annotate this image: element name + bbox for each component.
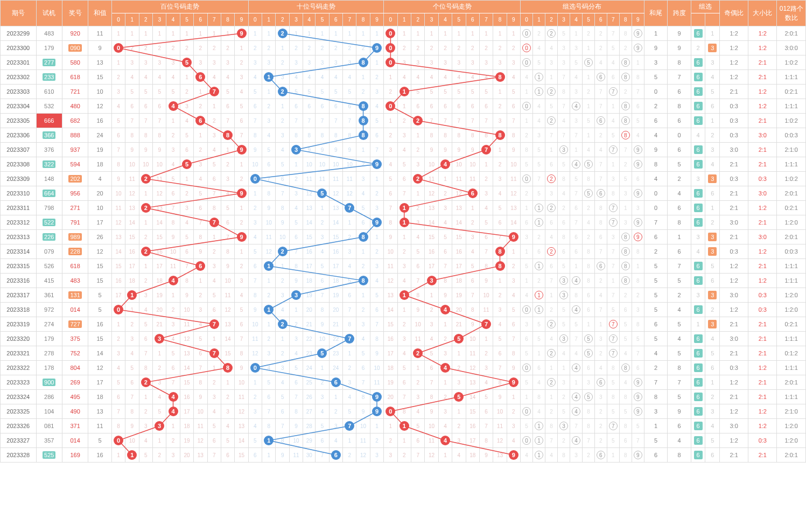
trend-ball: 2 <box>141 174 151 184</box>
route-cell: 1:1:1 <box>777 361 806 375</box>
jh-cell: 618 <box>62 70 88 85</box>
oe-cell: 3:0 <box>720 288 748 303</box>
tail-cell: 6 <box>644 114 668 128</box>
trend-ball: 0 <box>386 43 395 53</box>
sum-cell: 15 <box>88 332 112 346</box>
group-circle: 1 <box>535 87 543 96</box>
sum-cell: 5 <box>88 303 112 317</box>
issue-cell: 2023305 <box>1 114 37 128</box>
issue-cell: 2023325 <box>1 404 37 419</box>
jh-cell: 483 <box>62 274 88 288</box>
jh-cell: 682 <box>62 114 88 128</box>
jh-cell: 495 <box>62 390 88 404</box>
jh-cell: 271 <box>62 201 88 215</box>
group-circle: 1 <box>535 218 543 227</box>
header-select: 组选 <box>691 1 719 13</box>
header-span[interactable]: 跨度 <box>668 1 691 26</box>
group-circle: 9 <box>634 378 642 387</box>
jh-cell: 618 <box>62 259 88 274</box>
trend-ball: 4 <box>169 101 178 111</box>
group-circle: 4 <box>572 276 580 285</box>
group-circle: 8 <box>621 262 630 270</box>
oe-cell: 2:1 <box>720 157 748 172</box>
group-circle: 2 <box>547 29 556 38</box>
group-circle: 7 <box>609 145 618 154</box>
oe-cell: 3:0 <box>720 215 748 230</box>
sum-cell: 13 <box>88 55 112 70</box>
route-cell: 1:2:0 <box>777 215 806 230</box>
shiji-cell: 178 <box>36 361 62 375</box>
sum-cell: 16 <box>88 114 112 128</box>
bs-cell: 2:1 <box>748 55 777 70</box>
table-row: 2023306366888246888251387843888888623188… <box>1 128 806 143</box>
group-circle: 5 <box>584 334 593 343</box>
header-sum[interactable]: 和值 <box>88 1 112 26</box>
header-oe[interactable]: 奇偶比 <box>720 1 748 26</box>
sum-cell: 19 <box>88 143 112 157</box>
group-circle: 7 <box>609 204 618 212</box>
sel3-cell: 3 <box>705 244 720 259</box>
table-row: 2023305666682165777146276732777778512277… <box>1 114 806 128</box>
shiji-cell: 278 <box>36 346 62 361</box>
issue-cell: 2023327 <box>1 433 37 448</box>
bs-cell: 0:3 <box>748 288 777 303</box>
sel6-cell: 6 <box>691 55 705 70</box>
issue-cell: 2023300 <box>1 41 37 55</box>
header-issue[interactable]: 期号 <box>1 1 37 26</box>
table-row: 2023303610721103555521754512555552321555… <box>1 85 806 99</box>
header-jh[interactable]: 奖号 <box>62 1 88 26</box>
group-circle: 3 <box>559 422 568 430</box>
tail-cell: 5 <box>644 70 668 85</box>
sel3-cell: 2 <box>705 128 720 143</box>
header-tail[interactable]: 和尾 <box>644 1 668 26</box>
sel3-cell: 5 <box>705 346 720 361</box>
route-cell: 1:1:1 <box>777 259 806 274</box>
header-shiji[interactable]: 试机 <box>36 1 62 26</box>
group-circle: 1 <box>535 204 543 212</box>
tail-cell: 9 <box>644 41 668 55</box>
bs-cell: 2:1 <box>748 157 777 172</box>
group-circle: 0 <box>522 44 531 52</box>
group-circle: 1 <box>535 73 543 81</box>
trend-ball: 0 <box>386 101 395 111</box>
route-cell: 1:1:1 <box>777 274 806 288</box>
shiji-cell: 274 <box>36 317 62 332</box>
oe-cell: 0:3 <box>720 172 748 186</box>
shiji-cell: 526 <box>36 259 62 274</box>
bs-cell: 2:1 <box>748 114 777 128</box>
bs-cell: 0:3 <box>748 433 777 448</box>
oe-cell: 2:1 <box>720 448 748 463</box>
jh-cell: 888 <box>62 128 88 143</box>
group-circle: 7 <box>609 349 618 358</box>
group-circle: 1 <box>535 422 543 430</box>
header-ge: 个位号码走势 <box>384 1 521 13</box>
group-circle: 9 <box>634 189 642 198</box>
group-circle: 9 <box>634 451 642 459</box>
table-row: 2023318972014501420210361259141208207261… <box>1 303 806 317</box>
oe-cell: 2:1 <box>720 346 748 361</box>
table-row: 2023311798271101113213736851298413113753… <box>1 201 806 215</box>
sel6-cell: 6 <box>691 433 705 448</box>
sel6-cell: 6 <box>691 85 705 99</box>
trend-ball: 8 <box>495 247 505 256</box>
sum-cell: 13 <box>88 404 112 419</box>
route-cell: 1:2:0 <box>777 288 806 303</box>
header-route[interactable]: 012路个数比 <box>777 1 806 26</box>
span-cell: 8 <box>668 55 691 70</box>
tail-cell: 5 <box>644 288 668 303</box>
bs-cell: 2:1 <box>748 70 777 85</box>
tail-cell: 7 <box>644 375 668 390</box>
table-row: 2023328525169161152320137615619113076212… <box>1 448 806 463</box>
sum-cell: 10 <box>88 201 112 215</box>
sel3-cell: 3 <box>705 55 720 70</box>
group-circle: 8 <box>621 363 630 372</box>
header-bs[interactable]: 大小比 <box>748 1 777 26</box>
issue-cell: 2023315 <box>1 259 37 274</box>
oe-cell: 0:3 <box>720 361 748 375</box>
sel6-cell: 1 <box>691 317 705 332</box>
shiji-cell: 900 <box>36 375 62 390</box>
group-circle: 2 <box>547 116 556 125</box>
shiji-cell: 322 <box>36 157 62 172</box>
trend-ball: 9 <box>509 232 518 242</box>
trend-ball: 6 <box>331 450 341 460</box>
